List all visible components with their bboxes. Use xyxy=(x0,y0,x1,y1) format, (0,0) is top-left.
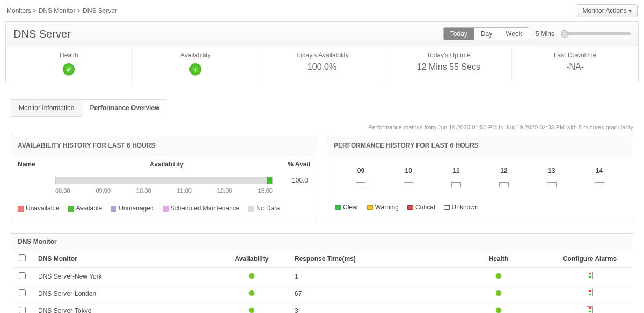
availability-history-panel: AVAILABILITY HISTORY FOR LAST 6 HOURS Na… xyxy=(11,136,317,220)
health-status-icon xyxy=(496,308,501,313)
page-title: DNS Server xyxy=(13,28,71,40)
col-dns-name: DNS Monitor xyxy=(33,250,214,268)
table-row: DNS Server-Tokyo3 xyxy=(11,302,633,314)
row-checkbox[interactable] xyxy=(19,307,26,314)
health-ok-icon xyxy=(63,63,75,75)
breadcrumb-monitors[interactable]: Monitors xyxy=(6,7,31,14)
today-availability-label: Today's Availability xyxy=(259,52,385,59)
toggle-today[interactable]: Today xyxy=(444,28,474,40)
tab-monitor-information[interactable]: Monitor Information xyxy=(11,99,82,117)
monitor-actions-button[interactable]: Monitor Actions ▾ xyxy=(577,4,638,17)
performance-history-panel: PERFORMANCE HISTORY FOR LAST 6 HOURS 091… xyxy=(327,136,633,220)
row-checkbox[interactable] xyxy=(19,272,26,279)
col-dns-availability: Availability xyxy=(214,250,289,268)
granularity-label: 5 Mins xyxy=(536,30,554,38)
today-availability-value: 100.0% xyxy=(259,62,385,72)
breadcrumb-dns-monitor[interactable]: DNS Monitor xyxy=(39,7,76,14)
toggle-day[interactable]: Day xyxy=(474,28,499,40)
tab-performance-overview[interactable]: Performance Overview xyxy=(82,99,167,117)
dns-name[interactable]: DNS Server-London xyxy=(33,285,214,302)
granularity-slider[interactable] xyxy=(561,32,631,35)
col-dns-health: Health xyxy=(450,250,547,268)
performance-panel-title: PERFORMANCE HISTORY FOR LAST 6 HOURS xyxy=(327,136,633,155)
header-panel: DNS Server Today Day Week 5 Mins Health … xyxy=(5,21,639,83)
last-downtime-value: -NA- xyxy=(512,62,638,72)
performance-legend: Clear Warning Critical Unknown xyxy=(327,200,633,219)
col-percent: % Avail xyxy=(278,161,310,168)
col-dns-alarm: Configure Alarms xyxy=(547,250,633,268)
configure-alarm-icon[interactable] xyxy=(587,306,593,313)
dns-name[interactable]: DNS Server-Tokyo xyxy=(33,302,214,314)
availability-status-icon xyxy=(249,273,254,279)
availability-status-icon xyxy=(249,290,254,296)
availability-legend: Unavailable Available Unmanaged Schedule… xyxy=(11,201,317,220)
table-row: DNS Server-New York1 xyxy=(11,268,633,285)
availability-time-axis: 08:0009:0010:0011:0012:0013:00 xyxy=(55,187,273,194)
availability-percent-value: 100.0 xyxy=(278,177,310,184)
time-range-toggle[interactable]: Today Day Week xyxy=(443,27,529,40)
availability-up-icon xyxy=(189,63,201,75)
dns-panel-title: DNS Monitor xyxy=(11,234,633,250)
metrics-timestamp-note: Performance metrics from Jun 19,2020 01:… xyxy=(11,124,633,130)
health-label: Health xyxy=(6,52,132,59)
performance-status-boxes xyxy=(327,174,633,200)
caret-down-icon: ▾ xyxy=(628,7,632,14)
configure-alarm-icon[interactable] xyxy=(587,272,593,279)
response-time: 3 xyxy=(289,302,450,314)
dns-name[interactable]: DNS Server-New York xyxy=(33,268,214,285)
col-name: Name xyxy=(18,161,55,168)
availability-status-icon xyxy=(249,308,254,313)
today-uptime-value: 12 Mins 55 Secs xyxy=(385,62,511,72)
availability-panel-title: AVAILABILITY HISTORY FOR LAST 6 HOURS xyxy=(11,136,317,155)
today-uptime-label: Today's Uptime xyxy=(385,52,511,59)
health-status-icon xyxy=(496,273,501,279)
availability-label: Availability xyxy=(133,52,259,59)
last-downtime-label: Last Downtime xyxy=(512,52,638,59)
performance-hours: 091011121314 xyxy=(327,155,633,174)
response-time: 67 xyxy=(289,285,450,302)
row-checkbox[interactable] xyxy=(19,289,26,296)
configure-alarm-icon[interactable] xyxy=(587,289,593,296)
table-row: DNS Server-London67 xyxy=(11,285,633,302)
col-availability: Availability xyxy=(55,161,278,168)
breadcrumb: Monitors > DNS Monitor > DNS Server Moni… xyxy=(0,0,644,21)
breadcrumb-current: DNS Server xyxy=(83,7,117,14)
health-status-icon xyxy=(496,290,501,296)
availability-bar xyxy=(55,177,273,184)
select-all-checkbox[interactable] xyxy=(19,254,26,261)
col-dns-response: Response Time(ms) xyxy=(289,250,450,268)
dns-monitor-panel: DNS Monitor DNS Monitor Availability Res… xyxy=(11,233,633,313)
response-time: 1 xyxy=(289,268,450,285)
toggle-week[interactable]: Week xyxy=(499,28,528,40)
